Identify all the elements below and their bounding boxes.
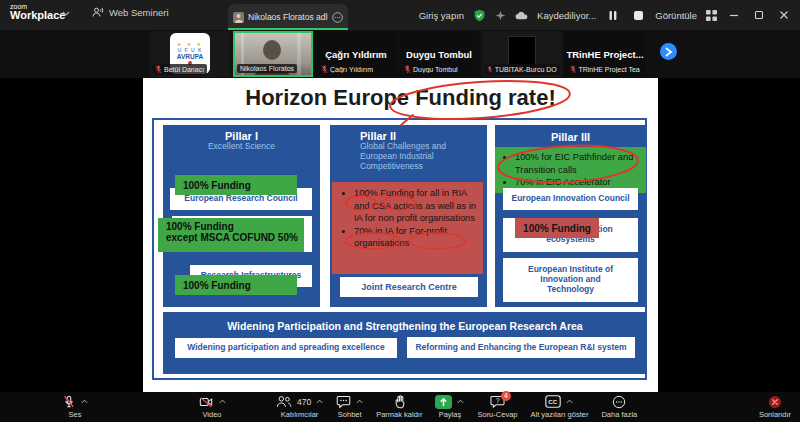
video-label: Video bbox=[202, 410, 221, 419]
svg-text:CC: CC bbox=[549, 398, 558, 405]
video-tile-nikolaos[interactable]: Nikolaos Floratos bbox=[233, 31, 313, 77]
view-grid-icon[interactable] bbox=[706, 10, 717, 21]
webinar-menu-button[interactable]: Web Semineri bbox=[92, 7, 169, 18]
muted-mic-icon bbox=[62, 394, 76, 409]
green2-line2: except MSCA COFUND 50% bbox=[166, 232, 304, 243]
more-label: Daha fazla bbox=[601, 410, 637, 419]
maximize-button[interactable] bbox=[751, 7, 767, 23]
participant-name-pill: TUBITAK-Burcu DOĞAN bbox=[484, 64, 560, 75]
meeting-toolbar: Ses Video 470 Katılımcılar bbox=[0, 392, 800, 422]
titlebar-right: Giriş yapın Kaydediliyor... Görüntüle bbox=[419, 0, 792, 30]
slide-title: Horizon Europe Funding rate! bbox=[143, 85, 658, 111]
chevron-up-icon[interactable] bbox=[316, 399, 323, 404]
muted-mic-icon bbox=[155, 65, 162, 74]
eic-box: European Innovation Council bbox=[503, 188, 638, 210]
participant-name: Nikolaos Floratos bbox=[240, 65, 294, 72]
end-meeting-icon bbox=[768, 395, 782, 409]
chat-label: Sohbet bbox=[338, 410, 362, 419]
participant-name-pill: Nikolaos Floratos bbox=[237, 64, 297, 73]
shield-check-icon[interactable] bbox=[473, 9, 486, 22]
video-tile-duygu[interactable]: Duygu Tombul Duygu Tombul bbox=[399, 31, 479, 77]
participant-name: Duygu Tombul bbox=[413, 66, 458, 73]
minimize-button[interactable] bbox=[726, 7, 742, 23]
pillar1-green-highlight-2: 100% Funding except MSCA COFUND 50% bbox=[158, 218, 304, 252]
view-button[interactable]: Görüntüle bbox=[655, 10, 697, 21]
video-tile-trinhe[interactable]: TRinHE Project... TRinHE Project Team bbox=[565, 31, 645, 77]
svg-text:?: ? bbox=[496, 397, 500, 404]
video-tile-tubitak[interactable]: TUBITAK-Burcu DOĞAN bbox=[482, 31, 562, 77]
participants-icon bbox=[276, 395, 292, 408]
webinar-label: Web Semineri bbox=[109, 7, 169, 18]
captions-button[interactable]: CC Alt yazıları göster bbox=[530, 394, 588, 419]
reforming-box: Reforming and Enhancing the European R&I… bbox=[407, 337, 635, 358]
pillar1-green-highlight-3: 100% Funding bbox=[175, 275, 297, 295]
muted-mic-icon bbox=[404, 65, 411, 74]
screen-share-tab[interactable]: Nikolaos Floratos adlı kişinin ekra bbox=[228, 4, 348, 30]
widening-box: Widening participation and spreading exc… bbox=[175, 338, 397, 358]
audio-button[interactable]: Ses bbox=[62, 394, 88, 419]
titlebar: zoom Workplace Web Semineri Nikolaos Flo… bbox=[0, 0, 800, 30]
presenter-avatar bbox=[233, 12, 244, 23]
participants-button[interactable]: 470 Katılımcılar bbox=[276, 394, 323, 419]
raise-hand-icon bbox=[393, 394, 406, 409]
pillar3-red-highlight: 100% Funding bbox=[515, 218, 599, 238]
muted-mic-icon bbox=[487, 65, 493, 74]
raise-hand-label: Parmak kaldır bbox=[376, 410, 422, 419]
logo-line2: AVRUPA bbox=[177, 53, 203, 60]
participant-name: TRinHE Project Team bbox=[578, 66, 640, 73]
green2-line1: 100% Funding bbox=[166, 221, 304, 232]
tab-more-icon[interactable] bbox=[332, 12, 343, 23]
video-tile-cagri[interactable]: Çağrı Yıldırım Çağrı Yıldırım bbox=[316, 31, 396, 77]
logo-workplace-text: Workplace bbox=[10, 10, 65, 21]
participant-name: Betül Danacı bbox=[164, 66, 204, 73]
pillar2-bullet1: 100% Funding for all in RIA and CSA acti… bbox=[354, 187, 479, 225]
chat-button[interactable]: Sohbet bbox=[336, 394, 363, 419]
participant-name: Çağrı Yıldırım bbox=[330, 66, 373, 73]
qa-button[interactable]: ? 4 Soru-Cevap bbox=[477, 394, 517, 419]
pillar2-subtitle: Global Challenges and European Industria… bbox=[360, 142, 473, 171]
recording-status-label: Kaydediliyor... bbox=[537, 10, 596, 21]
pillar1-subtitle: Excellent Science bbox=[163, 142, 320, 152]
pillar3-bullet2: 70% in EIC Accelerator bbox=[515, 176, 644, 189]
next-participants-button[interactable] bbox=[660, 43, 677, 60]
chevron-up-icon[interactable] bbox=[457, 399, 464, 404]
presentation-slide: Horizon Europe Funding rate! Pillar I Ex… bbox=[143, 78, 658, 392]
toolbar-center-cluster: 470 Katılımcılar Sohbet Parmak kaldır bbox=[276, 394, 637, 419]
pillar3-bullet1: 100% for EIC Pathfinder and Transition c… bbox=[515, 151, 644, 176]
participants-label: Katılımcılar bbox=[281, 410, 319, 419]
close-button[interactable] bbox=[776, 7, 792, 23]
share-label: Paylaş bbox=[439, 410, 462, 419]
share-tab-label: Nikolaos Floratos adlı kişinin ekra bbox=[248, 12, 328, 22]
chevron-up-icon[interactable] bbox=[356, 399, 363, 404]
chevron-up-icon[interactable] bbox=[81, 399, 88, 404]
participant-name: TUBITAK-Burcu DOĞAN bbox=[495, 66, 557, 73]
cc-icon: CC bbox=[545, 395, 561, 408]
chevron-up-icon[interactable] bbox=[566, 399, 573, 404]
jrc-box: Joint Research Centre bbox=[340, 277, 478, 297]
muted-mic-icon bbox=[321, 65, 328, 74]
recording-cloud-icon bbox=[515, 11, 528, 20]
participant-name-pill: Betül Danacı bbox=[152, 64, 207, 75]
pillar2-bullet2: 70% in IA for For-profit organisations bbox=[354, 225, 479, 250]
video-button[interactable]: Video bbox=[198, 394, 226, 419]
ai-sparkle-icon[interactable] bbox=[495, 10, 506, 21]
webinar-icon bbox=[92, 7, 104, 18]
pillar3-title: Pillar III bbox=[495, 131, 646, 143]
participants-count: 470 bbox=[297, 397, 311, 407]
chevron-up-icon[interactable] bbox=[219, 399, 226, 404]
recording-pause-button[interactable] bbox=[605, 7, 621, 23]
sign-in-button[interactable]: Giriş yapın bbox=[419, 10, 464, 21]
end-meeting-button[interactable]: Sonlandır bbox=[752, 394, 798, 419]
captions-label: Alt yazıları göster bbox=[530, 410, 588, 419]
pillar1-green-highlight-1: 100% Funding bbox=[175, 175, 297, 195]
chevron-down-icon[interactable] bbox=[62, 11, 70, 16]
video-tile-betul[interactable]: ★ ★ ★ U F U K AVRUPA Betül Danacı bbox=[150, 31, 230, 77]
share-screen-icon bbox=[435, 395, 452, 409]
audio-label: Ses bbox=[69, 410, 82, 419]
recording-stop-button[interactable] bbox=[630, 7, 646, 23]
more-button[interactable]: Daha fazla bbox=[601, 394, 637, 419]
participant-name-pill: Duygu Tombul bbox=[401, 64, 461, 75]
chat-icon bbox=[336, 395, 351, 409]
share-button[interactable]: Paylaş bbox=[435, 394, 464, 419]
raise-hand-button[interactable]: Parmak kaldır bbox=[376, 394, 422, 419]
